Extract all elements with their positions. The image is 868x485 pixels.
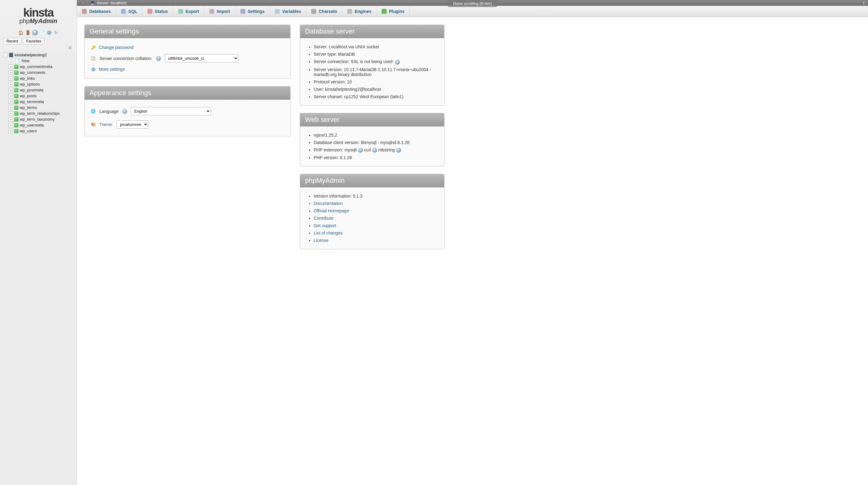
tab-plugins[interactable]: Plugins: [377, 6, 410, 17]
table-label[interactable]: wp_usermeta: [20, 123, 44, 127]
settings-icon: [240, 9, 245, 14]
breadcrumb-label[interactable]: Server: localhost: [97, 1, 126, 5]
table-label[interactable]: wp_links: [20, 76, 35, 80]
more-settings-link[interactable]: More settings: [99, 67, 125, 72]
table-row[interactable]: +wp_term_relationships: [9, 110, 76, 116]
help-icon[interactable]: ?: [395, 60, 400, 65]
reload-icon[interactable]: ↻: [53, 30, 59, 35]
key-icon: 🔑: [91, 45, 96, 50]
ws-nginx: nginx/1.25.2: [314, 131, 438, 139]
table-row[interactable]: +wp_comments: [9, 69, 76, 75]
tab-label: Charsets: [318, 9, 337, 14]
dbserver-item: Server type: MariaDB: [314, 51, 438, 58]
tab-recent[interactable]: Recent: [3, 38, 22, 44]
table-row[interactable]: +wp_users: [9, 128, 76, 134]
main: Done scrolling (Enter) ⤒ ← 🖥️ Server: lo…: [77, 0, 868, 485]
table-icon: [14, 111, 19, 116]
scroll-overlay: Done scrolling (Enter): [447, 0, 497, 7]
pma-link[interactable]: Get support: [314, 223, 336, 228]
tab-variables[interactable]: Variables: [270, 6, 307, 17]
status-icon: [148, 9, 152, 14]
help-icon[interactable]: ?: [122, 109, 127, 114]
table-row[interactable]: +wp_commentmeta: [9, 64, 76, 69]
table-label[interactable]: wp_users: [20, 129, 37, 133]
table-icon: [14, 70, 19, 75]
pma-link-item: List of changes: [314, 229, 438, 237]
table-label[interactable]: wp_term_relationships: [20, 111, 60, 116]
table-label[interactable]: wp_posts: [20, 94, 37, 98]
help-icon[interactable]: ?: [156, 56, 161, 61]
collapse-handle-icon[interactable]: ⤒: [862, 1, 866, 6]
tab-engines[interactable]: Engines: [342, 6, 376, 17]
table-label[interactable]: wp_terms: [20, 105, 37, 110]
expand-icon[interactable]: +: [9, 76, 13, 80]
theme-select[interactable]: pmahomme: [117, 120, 148, 129]
pma-link[interactable]: Contribute: [314, 216, 334, 221]
table-label[interactable]: wp_comments: [20, 70, 45, 75]
expand-icon[interactable]: +: [9, 100, 13, 104]
table-label[interactable]: wp_postmeta: [20, 88, 43, 92]
expand-icon[interactable]: +: [9, 111, 13, 116]
back-icon[interactable]: ←: [80, 1, 87, 5]
help-icon[interactable]: ?: [358, 148, 363, 153]
pma-link[interactable]: List of changes: [314, 230, 343, 235]
table-row[interactable]: +wp_postmeta: [9, 87, 76, 93]
pma-link[interactable]: Documentation: [314, 201, 343, 206]
logo: kinsta phpMyAdmin: [0, 0, 76, 27]
expand-icon[interactable]: +: [9, 88, 13, 92]
table-row[interactable]: +wp_termmeta: [9, 99, 76, 105]
table-icon: [14, 76, 19, 80]
tab-export[interactable]: Export: [173, 6, 205, 17]
help-icon[interactable]: ?: [372, 148, 377, 153]
table-row[interactable]: +wp_options: [9, 81, 76, 87]
expand-icon[interactable]: +: [9, 70, 13, 75]
change-password-link[interactable]: Change password: [99, 45, 133, 50]
settings-icon[interactable]: ⚙️: [46, 30, 52, 35]
table-row[interactable]: +wp_terms: [9, 105, 76, 110]
panel-title-webserver: Web server: [300, 113, 444, 127]
tab-charsets[interactable]: Charsets: [306, 6, 342, 17]
docs-icon[interactable]: ?: [32, 30, 38, 35]
chain-icon[interactable]: ⛓: [0, 44, 76, 51]
help-icon[interactable]: ?: [396, 148, 401, 153]
tab-label: Engines: [354, 9, 371, 14]
language-select[interactable]: English: [131, 107, 211, 116]
logout-icon[interactable]: 🚪: [25, 30, 31, 35]
table-label[interactable]: wp_options: [20, 82, 40, 87]
sidebar: kinsta phpMyAdmin 🏠 🚪 ? 📄 ⚙️ ↻ Recent Fa…: [0, 0, 77, 485]
tab-favorites[interactable]: Favorites: [23, 38, 44, 44]
expand-icon[interactable]: +: [9, 94, 13, 98]
tab-status[interactable]: Status: [143, 6, 173, 17]
theme-label[interactable]: Theme:: [99, 122, 113, 127]
expand-icon[interactable]: +: [9, 105, 13, 110]
table-row[interactable]: +wp_term_taxonomy: [9, 116, 76, 122]
table-label[interactable]: wp_termmeta: [20, 99, 44, 104]
expand-icon[interactable]: +: [9, 129, 13, 133]
expand-icon[interactable]: +: [9, 65, 13, 69]
tab-settings[interactable]: Settings: [236, 6, 270, 17]
table-row[interactable]: +wp_links: [9, 75, 76, 81]
table-row[interactable]: +wp_usermeta: [9, 122, 76, 128]
db-node[interactable]: − 🗄️ kinstahelptesting2: [0, 52, 76, 58]
pma-link[interactable]: License: [314, 238, 329, 243]
tab-databases[interactable]: Databases: [77, 6, 116, 17]
expand-icon[interactable]: +: [9, 82, 13, 87]
language-icon: 🌐: [91, 109, 96, 114]
collapse-icon[interactable]: −: [3, 53, 7, 57]
dbserver-item: Server: Localhost via UNIX socket: [314, 43, 438, 51]
expand-icon[interactable]: +: [9, 117, 13, 122]
tree-new[interactable]: 📄New: [9, 58, 76, 64]
table-label[interactable]: wp_commentmeta: [20, 64, 52, 69]
tab-import[interactable]: Import: [205, 6, 236, 17]
home-icon[interactable]: 🏠: [18, 30, 24, 35]
pma-link-item: License: [314, 237, 438, 244]
table-row[interactable]: +wp_posts: [9, 93, 76, 99]
tab-sql[interactable]: SQL: [116, 6, 143, 17]
table-label[interactable]: wp_term_taxonomy: [20, 117, 55, 122]
sql-icon: [121, 9, 126, 14]
pma-link[interactable]: Official Homepage: [314, 208, 349, 213]
pma-link-item: Contribute: [314, 215, 438, 222]
sql-icon[interactable]: 📄: [39, 30, 45, 35]
expand-icon[interactable]: +: [9, 123, 13, 127]
collation-select[interactable]: utf8mb4_unicode_ci: [165, 54, 239, 62]
